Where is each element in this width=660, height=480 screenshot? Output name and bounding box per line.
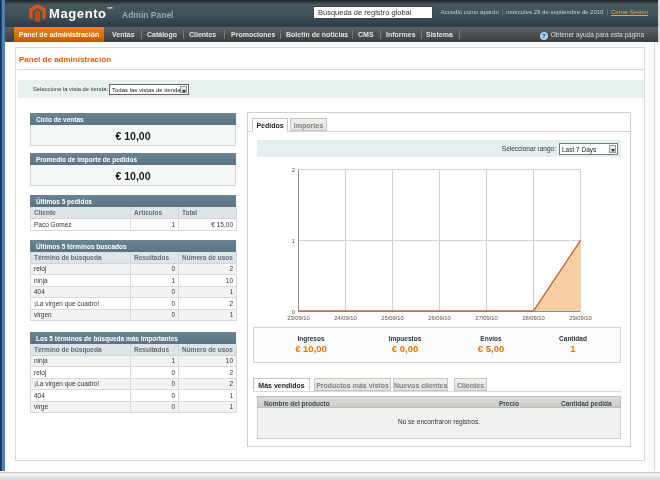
svg-text:26/09/10: 26/09/10 (428, 315, 451, 321)
svg-text:24/09/10: 24/09/10 (334, 315, 357, 321)
svg-text:2: 2 (292, 167, 296, 173)
svg-text:25/09/10: 25/09/10 (381, 315, 404, 321)
svg-text:27/09/10: 27/09/10 (475, 315, 498, 321)
svg-text:28/09/10: 28/09/10 (522, 315, 545, 321)
svg-text:23/09/10: 23/09/10 (287, 315, 310, 321)
svg-text:29/09/10: 29/09/10 (569, 315, 592, 321)
svg-text:1: 1 (292, 238, 296, 244)
